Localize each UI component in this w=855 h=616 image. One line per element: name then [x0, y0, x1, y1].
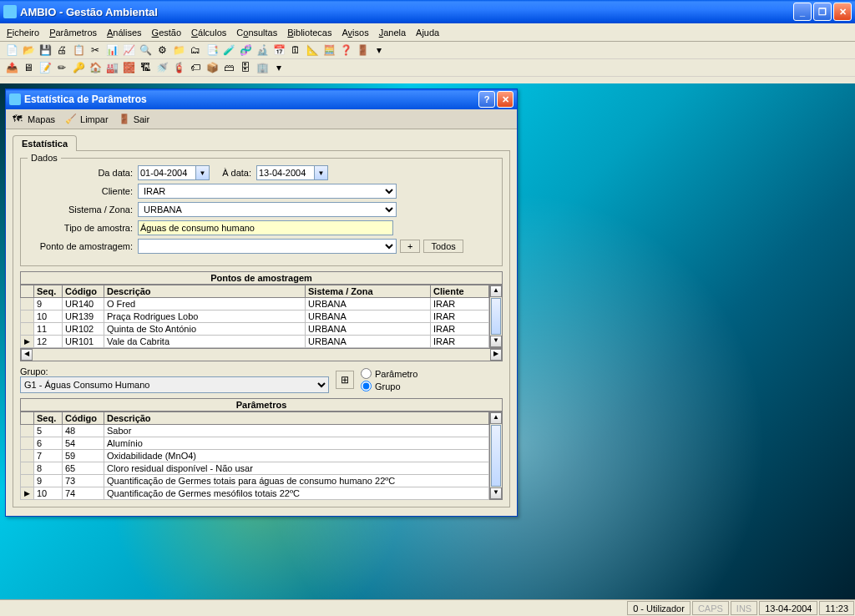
toolbar-icon[interactable]: 📊	[105, 43, 119, 57]
table-row[interactable]: 973Quantificação de Germes totais para á…	[21, 475, 489, 487]
toolbar-icon[interactable]: 📦	[205, 61, 219, 74]
table-row[interactable]: 10UR139Praça Rodrigues LoboURBANAIRAR	[21, 311, 489, 323]
toolbar-icon[interactable]: ❓	[339, 43, 352, 57]
table-row[interactable]: 9UR140O FredURBANAIRAR	[21, 298, 489, 311]
toolbar-icon[interactable]: 🔍	[139, 43, 152, 57]
menu-analises[interactable]: Análises	[107, 28, 142, 38]
da-data-dropdown-icon[interactable]: ▼	[196, 165, 210, 180]
toolbar-icon[interactable]: 🗓	[289, 43, 302, 57]
toolbar-icon[interactable]: 🧪	[222, 43, 235, 57]
toolbar-icon[interactable]: 🧮	[322, 43, 336, 57]
toolbar-icon[interactable]: 🗃	[222, 61, 235, 74]
menu-consultas[interactable]: Consultas	[236, 28, 277, 38]
toolbar-icon[interactable]: 🚿	[155, 61, 169, 74]
scroll-down-icon[interactable]: ▼	[490, 336, 502, 347]
toolbar-icon[interactable]: 📑	[205, 43, 219, 57]
tab-estatistica[interactable]: Estatística	[13, 135, 77, 151]
tipo-amostra-input[interactable]	[138, 220, 393, 235]
toolbar-icon[interactable]: 🏠	[89, 61, 102, 74]
col-seq[interactable]: Seq.	[34, 412, 63, 425]
toolbar-icon[interactable]: ⚙	[155, 43, 169, 57]
toolbar-icon[interactable]: 📤	[5, 61, 18, 74]
toolbar-icon[interactable]: 🏢	[255, 61, 269, 74]
pontos-scrollbar-vertical[interactable]: ▲ ▼	[489, 285, 503, 348]
toolbar-icon[interactable]: 🧱	[122, 61, 135, 74]
a-data-input[interactable]	[256, 165, 315, 180]
toolbar-icon[interactable]: 🖨	[55, 43, 68, 57]
menu-avisos[interactable]: Avisos	[341, 28, 368, 38]
toolbar-icon[interactable]: 📈	[122, 43, 135, 57]
toolbar-icon[interactable]: 🗄	[239, 61, 252, 74]
radio-parametro[interactable]: Parâmetro	[361, 368, 417, 379]
todos-button[interactable]: Todos	[423, 240, 463, 253]
dialog-help-button[interactable]: ?	[478, 91, 495, 108]
col-descricao[interactable]: Descrição	[104, 412, 489, 425]
toolbar-icon[interactable]: 🔑	[72, 61, 85, 74]
table-row[interactable]: 11UR102Quinta de Sto AntónioURBANAIRAR	[21, 323, 489, 336]
limpar-button[interactable]: 🧹Limpar	[65, 114, 109, 125]
scroll-left-icon[interactable]: ◀	[21, 349, 33, 361]
menu-bibliotecas[interactable]: Bibliotecas	[287, 28, 331, 38]
toolbar-icon[interactable]: 📂	[22, 43, 35, 57]
close-button[interactable]: ✕	[833, 3, 852, 21]
scroll-thumb[interactable]	[491, 425, 501, 487]
menu-janela[interactable]: Janela	[379, 28, 406, 38]
plus-button[interactable]: +	[400, 240, 420, 253]
toolbar-icon[interactable]: ✏	[55, 61, 68, 74]
toolbar-icon[interactable]: 📐	[306, 43, 319, 57]
scroll-right-icon[interactable]: ▶	[490, 349, 502, 361]
scroll-thumb[interactable]	[491, 298, 501, 335]
toolbar-icon[interactable]: 🖥	[22, 61, 35, 74]
cliente-select[interactable]: IRAR	[138, 184, 397, 199]
pontos-scrollbar-horizontal[interactable]: ◀ ▶	[20, 348, 503, 361]
radio-grupo[interactable]: Grupo	[361, 381, 417, 391]
toolbar-icon[interactable]: 🧯	[172, 61, 185, 74]
table-row[interactable]: ▶12UR101Vale da CabritaURBANAIRAR	[21, 336, 489, 348]
toolbar-icon[interactable]: 📋	[72, 43, 85, 57]
toolbar-dropdown-icon[interactable]: ▾	[272, 61, 286, 74]
expand-button[interactable]: ⊞	[336, 371, 354, 389]
grupo-select[interactable]: G1 - Águas Consumo Humano	[20, 376, 329, 393]
dialog-close-button[interactable]: ✕	[497, 91, 514, 108]
toolbar-icon[interactable]: 🗂	[189, 43, 202, 57]
menu-ajuda[interactable]: Ajuda	[416, 28, 439, 38]
col-codigo[interactable]: Código	[63, 412, 104, 425]
toolbar-icon[interactable]: 📅	[272, 43, 286, 57]
col-sistema[interactable]: Sistema / Zona	[306, 285, 431, 298]
scroll-down-icon[interactable]: ▼	[490, 487, 502, 499]
col-seq[interactable]: Seq.	[34, 285, 63, 298]
mapas-button[interactable]: 🗺Mapas	[13, 114, 55, 125]
sistema-select[interactable]: URBANA	[138, 202, 397, 217]
table-row[interactable]: 654Alumínio	[21, 437, 489, 450]
toolbar-icon[interactable]: 🏭	[105, 61, 119, 74]
table-row[interactable]: 548Sabor	[21, 425, 489, 437]
minimize-button[interactable]: _	[793, 3, 812, 21]
restore-button[interactable]: ❐	[813, 3, 832, 21]
toolbar-icon[interactable]: 🏗	[139, 61, 152, 74]
toolbar-icon[interactable]: 📁	[172, 43, 185, 57]
ponto-amost-select[interactable]	[138, 239, 397, 254]
toolbar-dropdown-icon[interactable]: ▾	[372, 43, 386, 57]
toolbar-icon[interactable]: ✂	[89, 43, 102, 57]
menu-gestao[interactable]: Gestão	[152, 28, 181, 38]
sair-button[interactable]: 🚪Sair	[119, 114, 150, 125]
toolbar-exit-icon[interactable]: 🚪	[356, 43, 369, 57]
col-descricao[interactable]: Descrição	[104, 285, 306, 298]
col-cliente[interactable]: Cliente	[431, 285, 489, 298]
scroll-up-icon[interactable]: ▲	[490, 412, 502, 424]
toolbar-icon[interactable]: 🔬	[255, 43, 269, 57]
toolbar-icon[interactable]: 📝	[38, 61, 52, 74]
scroll-up-icon[interactable]: ▲	[490, 285, 502, 297]
a-data-dropdown-icon[interactable]: ▼	[315, 165, 328, 180]
toolbar-icon[interactable]: 🏷	[189, 61, 202, 74]
menu-calculos[interactable]: Cálculos	[191, 28, 226, 38]
toolbar-icon[interactable]: 💾	[38, 43, 52, 57]
toolbar-icon[interactable]: 🧬	[239, 43, 252, 57]
col-codigo[interactable]: Código	[63, 285, 104, 298]
table-row[interactable]: 759Oxidabilidade (MnO4)	[21, 450, 489, 462]
param-scrollbar-vertical[interactable]: ▲ ▼	[489, 412, 503, 500]
toolbar-icon[interactable]: 📄	[5, 43, 18, 57]
menu-parametros[interactable]: Parâmetros	[49, 28, 97, 38]
menu-ficheiro[interactable]: Ficheiro	[7, 28, 39, 38]
table-row[interactable]: 865Cloro residual disponível - Não usar	[21, 462, 489, 475]
